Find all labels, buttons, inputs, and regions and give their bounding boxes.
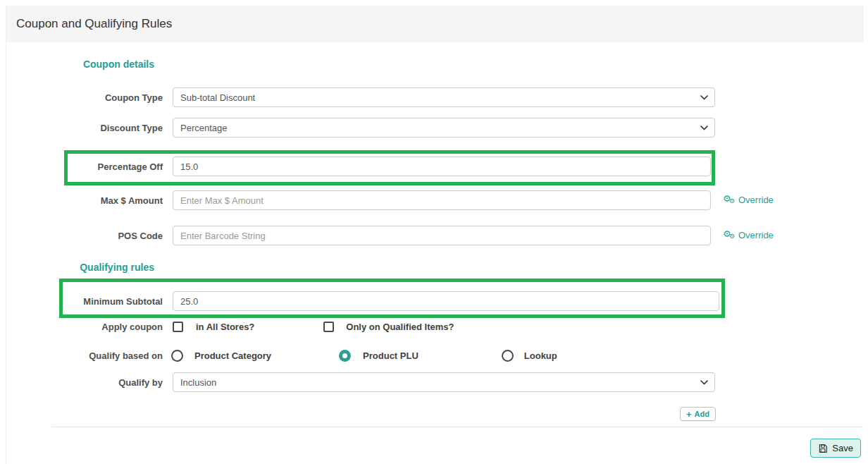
pos-code-input[interactable] bbox=[173, 226, 711, 245]
footer-divider bbox=[51, 427, 863, 427]
add-button[interactable]: + Add bbox=[680, 407, 716, 421]
gears-icon: ⚙⚙ bbox=[723, 230, 735, 240]
save-icon bbox=[818, 444, 828, 453]
qualify-by-label: Qualify by bbox=[6, 377, 168, 388]
max-amount-override-link[interactable]: ⚙⚙ Override bbox=[723, 195, 774, 205]
max-amount-input[interactable] bbox=[173, 190, 711, 210]
add-button-label: Add bbox=[695, 410, 709, 418]
section-heading-coupon-details: Coupon details bbox=[6, 59, 168, 70]
checkbox-only-qualified-items[interactable] bbox=[323, 322, 334, 332]
coupon-rules-panel: Coupon and Qualifying Rules Coupon detai… bbox=[6, 6, 863, 464]
radio-product-plu-label[interactable]: Product PLU bbox=[363, 350, 418, 361]
radio-lookup[interactable] bbox=[502, 350, 514, 362]
qualify-by-select[interactable]: Inclusion bbox=[173, 372, 715, 392]
page-header: Coupon and Qualifying Rules bbox=[6, 6, 864, 42]
percentage-off-input[interactable] bbox=[173, 157, 711, 176]
discount-type-select[interactable]: Percentage bbox=[173, 118, 715, 138]
coupon-type-select[interactable]: Sub-total Discount bbox=[173, 87, 715, 107]
save-button[interactable]: Save bbox=[810, 439, 861, 458]
qualify-based-on-label: Qualify based on bbox=[6, 350, 168, 361]
radio-product-plu[interactable] bbox=[339, 350, 351, 362]
plus-icon: + bbox=[686, 410, 692, 419]
page-title: Coupon and Qualifying Rules bbox=[6, 17, 172, 31]
gears-icon: ⚙⚙ bbox=[723, 195, 735, 205]
override-label: Override bbox=[738, 195, 774, 205]
max-amount-label: Max $ Amount bbox=[6, 195, 168, 206]
section-heading-qualifying-rules: Qualifying rules bbox=[6, 262, 168, 273]
discount-type-label: Discount Type bbox=[6, 123, 168, 133]
checkbox-only-qualified-items-label[interactable]: Only on Qualified Items? bbox=[346, 322, 454, 332]
pos-code-override-link[interactable]: ⚙⚙ Override bbox=[723, 230, 774, 240]
percentage-off-label: Percentage Off bbox=[6, 161, 168, 172]
coupon-type-label: Coupon Type bbox=[6, 92, 168, 103]
radio-product-category[interactable] bbox=[171, 350, 183, 362]
minimum-subtotal-input[interactable] bbox=[173, 291, 719, 311]
minimum-subtotal-label: Minimum Subtotal bbox=[6, 296, 168, 307]
checkbox-in-all-stores-label[interactable]: in All Stores? bbox=[196, 322, 254, 332]
apply-coupon-label: Apply coupon bbox=[6, 322, 168, 332]
radio-product-category-label[interactable]: Product Category bbox=[194, 350, 271, 361]
radio-lookup-label[interactable]: Lookup bbox=[524, 350, 557, 361]
checkbox-in-all-stores[interactable] bbox=[173, 322, 183, 332]
override-label: Override bbox=[738, 230, 774, 240]
save-button-label: Save bbox=[832, 443, 853, 453]
pos-code-label: POS Code bbox=[6, 231, 168, 241]
